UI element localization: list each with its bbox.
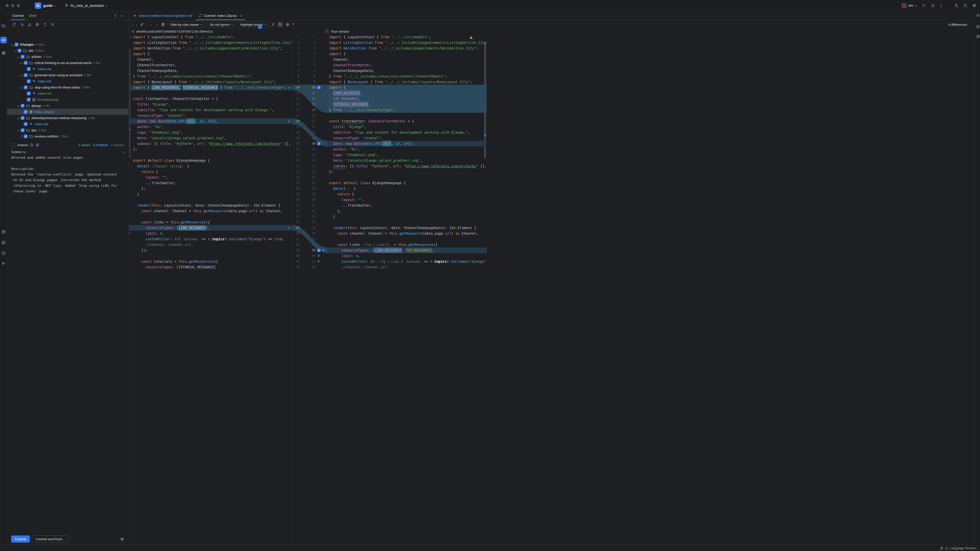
tree-row[interactable]: thumbnail.png (7, 97, 128, 103)
your-version-pane[interactable]: import { LayoutContext } from "../../src… (328, 34, 487, 275)
code-line[interactable]: return { (129, 169, 292, 175)
code-line[interactable]: layout: "", (129, 175, 292, 180)
code-line[interactable]: author: "hs", (129, 124, 292, 130)
code-line[interactable] (328, 113, 487, 118)
include-checkbox[interactable] (27, 98, 30, 102)
code-line[interactable] (328, 175, 487, 180)
include-checkbox[interactable] (27, 67, 30, 71)
hide-panel-icon[interactable]: — (121, 14, 124, 17)
your-version-checkbox[interactable] (325, 30, 329, 33)
include-change-checkbox[interactable] (317, 86, 321, 89)
code-line[interactable]: import { BaseLayout } from "../../_inclu… (129, 79, 292, 85)
chevron-down-icon[interactable] (17, 129, 20, 131)
code-line[interactable]: } (328, 214, 487, 219)
code-line[interactable]: TUTORIAL_RESOURCE, (328, 102, 487, 107)
tab-commit-diff[interactable]: Commit: index.11ty.tsx (195, 11, 246, 20)
code-line[interactable]: ...frontmatter, (328, 203, 487, 208)
code-line[interactable]: import ListingSection from "../../_inclu… (129, 40, 292, 45)
git-tool-icon[interactable] (2, 262, 5, 265)
expand-change-icon[interactable]: » (288, 118, 290, 124)
include-all-checkbox[interactable] (258, 25, 262, 29)
code-line[interactable]: } from "../../src/resourceType"; (328, 107, 487, 113)
tree-row[interactable]: index.11ty.tsx (7, 109, 128, 115)
code-line[interactable]: resourceTypes: [TUTORIAL_RESOURCE] (129, 264, 292, 270)
show-diff-icon[interactable] (35, 22, 39, 27)
highlight-policy-dropdown[interactable]: Highlight words▾ (238, 21, 269, 27)
tree-row[interactable]: resolve-conflicts2 files (7, 133, 128, 139)
close-window-icon[interactable] (6, 4, 9, 7)
tree-row[interactable]: stop-uaing-llms-for-these-tasks2 files (7, 84, 128, 90)
include-checkbox[interactable] (21, 116, 24, 120)
code-line[interactable]: const channel: Channel = this.getResourc… (328, 230, 487, 236)
code-line[interactable]: title: "Django", (328, 124, 487, 130)
code-line[interactable]: const channel: Channel = this.getResourc… (129, 208, 292, 214)
terminal-tool-icon[interactable] (1, 240, 6, 245)
window-controls[interactable] (6, 4, 20, 7)
diff-settings-icon[interactable] (285, 22, 290, 27)
collapse-unchanged-icon[interactable] (271, 22, 275, 27)
tab-shelf[interactable]: Shelf (26, 11, 39, 20)
branch-widget[interactable]: hs_new_ai_assistant (65, 3, 107, 8)
code-line[interactable]: export default class DjangoHomepage { (328, 180, 487, 186)
code-line[interactable] (129, 253, 292, 259)
close-icon[interactable] (240, 14, 243, 17)
code-line[interactable]: resourceType: "channel", (129, 113, 292, 118)
collapse-all-icon[interactable] (51, 22, 55, 27)
tab-commit[interactable]: Commit (10, 11, 26, 20)
include-checkbox[interactable] (21, 55, 24, 59)
code-line[interactable]: limit: 4, (129, 230, 292, 236)
code-line[interactable]: ...frontmatter, (129, 180, 292, 186)
resolve-action-icon[interactable] (317, 260, 320, 263)
code-line[interactable]: //channel: channel.url, (129, 242, 292, 248)
include-checkbox[interactable] (24, 110, 27, 114)
tree-row[interactable]: M↓index.md (7, 121, 128, 127)
code-line[interactable]: import { LayoutContext } from "../../src… (129, 34, 292, 40)
amend-checkbox[interactable] (11, 143, 15, 147)
chevron-down-icon[interactable] (17, 104, 20, 107)
code-line[interactable]: }; (328, 208, 487, 214)
code-line[interactable]: } from "../../_includes/resources/channe… (328, 73, 487, 79)
code-line[interactable]: import { (328, 51, 487, 57)
code-line[interactable]: return { (328, 191, 487, 197)
include-checkbox[interactable] (24, 86, 27, 89)
expand-all-icon[interactable] (43, 22, 47, 27)
chevron-down-icon[interactable] (17, 56, 20, 58)
prev-file-icon[interactable]: ← (149, 23, 153, 27)
code-line[interactable]: const frontmatter: ChannelFrontmatter = … (328, 118, 487, 124)
code-line[interactable]: const tutorials = this.getResources({ (129, 259, 292, 264)
code-line[interactable]: const frontmatter: ChannelFrontmatter = … (129, 96, 292, 102)
code-line[interactable] (328, 236, 487, 242)
code-line[interactable]: render(this: LayoutContext, data: Channe… (328, 225, 487, 230)
code-line[interactable]: data() :{layout: string} { (129, 163, 292, 169)
include-checkbox[interactable] (27, 92, 30, 95)
code-line[interactable]: resourceType: "channel", (328, 135, 487, 141)
code-line[interactable]: resourceTypes: [LINK_RESOURCE],» (129, 225, 292, 230)
tree-row[interactable]: M↓index.md (7, 66, 128, 72)
chevron-down-icon[interactable] (14, 49, 17, 52)
code-line[interactable]: import { LayoutContext } from "../../src… (328, 34, 487, 40)
include-checkbox[interactable] (21, 104, 24, 108)
code-line[interactable]: Channel, (328, 57, 487, 62)
code-line[interactable]: const links = this.getResources({ (129, 219, 292, 225)
chevron-down-icon[interactable] (20, 86, 23, 89)
code-line[interactable]: subtitle: "Tips and content for developm… (129, 107, 292, 113)
code-line[interactable]: import { (328, 85, 487, 90)
chevron-right-icon[interactable] (20, 135, 23, 138)
help-icon[interactable]: ? (292, 22, 294, 27)
code-line[interactable]: ChannelHomepageData, (129, 68, 292, 73)
base-version-pane[interactable]: import { LayoutContext } from "../../src… (129, 34, 293, 275)
include-checkbox[interactable] (18, 49, 21, 52)
include-change-checkbox[interactable] (317, 142, 321, 145)
code-line[interactable]: Channel, (129, 57, 292, 62)
resolve-action-icon[interactable] (317, 254, 320, 257)
include-checkbox[interactable] (24, 61, 27, 65)
code-line[interactable]: } (129, 191, 292, 197)
include-checkbox[interactable] (21, 128, 24, 132)
tree-row[interactable]: Changes9 files (7, 41, 128, 48)
prev-difference-icon[interactable]: ↑ (131, 23, 133, 27)
ai-commit-message-icon[interactable]: @ (35, 143, 39, 147)
code-line[interactable]: hero: "/assets/django_splash_gradient.sv… (328, 158, 487, 163)
structure-tool-icon[interactable] (2, 51, 6, 55)
ignore-policy-dropdown[interactable]: Do not ignore▾ (207, 21, 235, 27)
refresh-icon[interactable] (12, 22, 16, 27)
